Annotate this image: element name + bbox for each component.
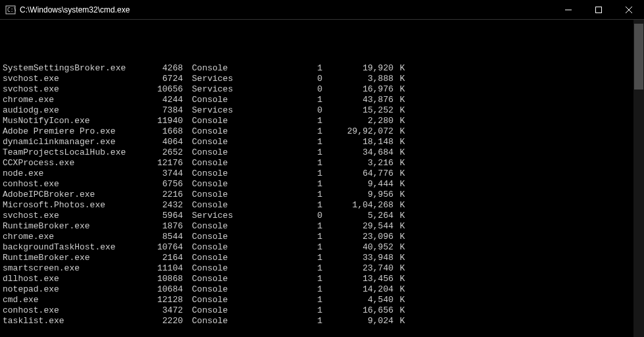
process-session-no: 1: [235, 316, 322, 326]
process-memory: 2,280: [322, 116, 393, 126]
process-row: TeamProjectsLocalHub.exe2652 Console134,…: [3, 147, 641, 158]
process-memory: 15,252: [322, 105, 393, 116]
process-name: cmd.exe: [3, 295, 141, 305]
process-session-no: 1: [235, 200, 322, 211]
process-row: svchost.exe5964 Services05,264 K: [3, 211, 641, 221]
memory-unit: K: [393, 211, 405, 221]
process-session: Console: [183, 168, 235, 179]
process-pid: 4244: [141, 95, 183, 105]
process-name: Adobe Premiere Pro.exe: [3, 126, 141, 137]
process-session: Console: [183, 200, 235, 211]
process-row: audiodg.exe7384 Services015,252 K: [3, 105, 641, 116]
minimize-button[interactable]: [553, 0, 583, 20]
process-session: Console: [183, 274, 235, 284]
process-session: Console: [183, 158, 235, 168]
memory-unit: K: [393, 274, 405, 284]
process-name: conhost.exe: [3, 305, 141, 316]
process-pid: 10764: [141, 242, 183, 253]
process-pid: 2216: [141, 190, 183, 200]
process-session: Services: [183, 84, 235, 95]
process-pid: 2220: [141, 316, 183, 326]
memory-unit: K: [393, 316, 405, 326]
process-name: dynamiclinkmanager.exe: [3, 137, 141, 147]
process-memory: 16,976: [322, 84, 393, 95]
process-name: svchost.exe: [3, 211, 141, 221]
process-row: CCXProcess.exe12176 Console13,216 K: [3, 158, 641, 168]
process-memory: 23,096: [322, 232, 393, 242]
process-session: Console: [183, 147, 235, 158]
process-session-no: 1: [235, 116, 322, 126]
process-memory: 14,204: [322, 284, 393, 295]
vertical-scrollbar[interactable]: [633, 20, 644, 337]
process-pid: 2432: [141, 200, 183, 211]
terminal-output[interactable]: SystemSettingsBroker.exe4268 Console119,…: [0, 20, 644, 337]
title-bar: C:\ C:\Windows\system32\cmd.exe: [0, 0, 644, 20]
process-session: Console: [183, 179, 235, 190]
process-session-no: 1: [235, 263, 322, 274]
process-session: Services: [183, 74, 235, 84]
process-pid: 10868: [141, 274, 183, 284]
memory-unit: K: [393, 263, 405, 274]
process-name: Microsoft.Photos.exe: [3, 200, 141, 211]
process-row: chrome.exe8544 Console123,096 K: [3, 232, 641, 242]
process-pid: 1876: [141, 221, 183, 232]
process-name: node.exe: [3, 168, 141, 179]
process-memory: 9,444: [322, 179, 393, 190]
process-pid: 6724: [141, 74, 183, 84]
process-session: Console: [183, 232, 235, 242]
process-row: node.exe3744 Console164,776 K: [3, 168, 641, 179]
process-memory: 3,216: [322, 158, 393, 168]
process-session-no: 1: [235, 295, 322, 305]
process-row: dynamiclinkmanager.exe4064 Console118,14…: [3, 137, 641, 147]
memory-unit: K: [393, 305, 405, 316]
process-pid: 4064: [141, 137, 183, 147]
process-session: Services: [183, 105, 235, 116]
process-name: dllhost.exe: [3, 274, 141, 284]
process-row: MusNotifyIcon.exe11940 Console12,280 K: [3, 116, 641, 126]
process-memory: 18,148: [322, 137, 393, 147]
process-name: RuntimeBroker.exe: [3, 221, 141, 232]
scrollbar-thumb[interactable]: [634, 24, 643, 90]
process-row: Microsoft.Photos.exe2432 Console11,04,26…: [3, 200, 641, 211]
process-name: audiodg.exe: [3, 105, 141, 116]
process-session: Console: [183, 295, 235, 305]
process-row: conhost.exe6756 Console19,444 K: [3, 179, 641, 190]
process-pid: 5964: [141, 211, 183, 221]
process-session-no: 0: [235, 105, 322, 116]
process-session-no: 1: [235, 305, 322, 316]
process-pid: 6756: [141, 179, 183, 190]
process-session-no: 1: [235, 158, 322, 168]
process-memory: 13,456: [322, 274, 393, 284]
process-pid: 12176: [141, 158, 183, 168]
memory-unit: K: [393, 168, 405, 179]
process-session: Console: [183, 221, 235, 232]
process-session: Console: [183, 190, 235, 200]
svg-text:C:\: C:\: [7, 7, 16, 13]
memory-unit: K: [393, 74, 405, 84]
process-row: Adobe Premiere Pro.exe1668 Console129,92…: [3, 126, 641, 137]
process-memory: 3,888: [322, 74, 393, 84]
memory-unit: K: [393, 84, 405, 95]
maximize-button[interactable]: [583, 0, 614, 20]
process-row: svchost.exe6724 Services03,888 K: [3, 74, 641, 84]
svg-rect-3: [596, 7, 602, 13]
process-pid: 3472: [141, 305, 183, 316]
process-session-no: 1: [235, 126, 322, 137]
process-name: svchost.exe: [3, 74, 141, 84]
memory-unit: K: [393, 190, 405, 200]
process-pid: 1668: [141, 126, 183, 137]
process-session-no: 1: [235, 274, 322, 284]
process-session-no: 1: [235, 221, 322, 232]
process-row: smartscreen.exe11104 Console123,740 K: [3, 263, 641, 274]
process-memory: 64,776: [322, 168, 393, 179]
process-pid: 8544: [141, 232, 183, 242]
close-button[interactable]: [614, 0, 644, 20]
process-pid: 7384: [141, 105, 183, 116]
memory-unit: K: [393, 295, 405, 305]
process-session: Console: [183, 116, 235, 126]
process-pid: 2164: [141, 253, 183, 263]
process-memory: 9,024: [322, 316, 393, 326]
process-pid: 4268: [141, 63, 183, 74]
process-memory: 23,740: [322, 263, 393, 274]
process-session: Console: [183, 253, 235, 263]
